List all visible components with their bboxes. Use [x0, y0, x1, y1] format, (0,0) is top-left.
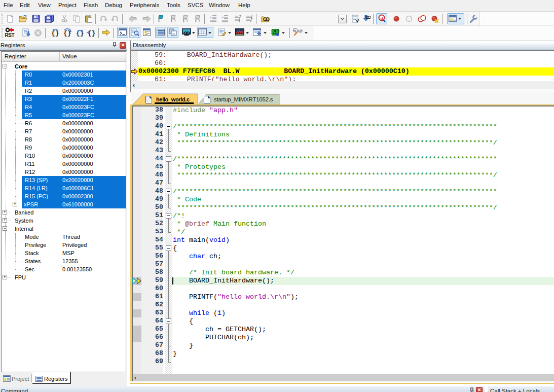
svg-text:{}: {} [63, 29, 71, 37]
svg-text:S: S [144, 30, 148, 36]
svg-text:d: d [380, 16, 383, 21]
svg-text:RST: RST [5, 32, 15, 38]
